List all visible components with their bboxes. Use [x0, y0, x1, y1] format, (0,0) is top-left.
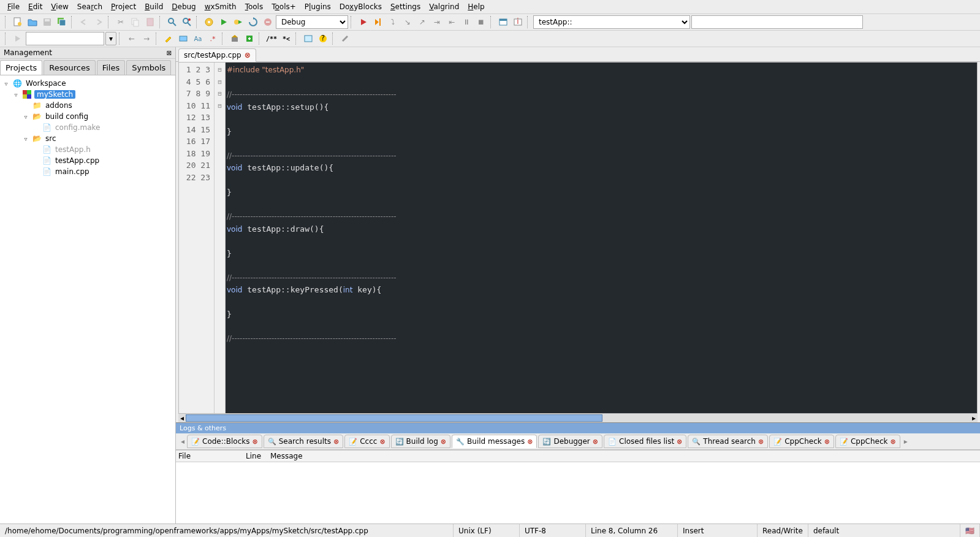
log-tab-close-icon[interactable]: ⊗	[593, 438, 598, 446]
doxy-chm-icon[interactable]: ?	[316, 32, 330, 45]
next-instr-icon[interactable]: ⇥	[430, 15, 444, 29]
log-tab-close-icon[interactable]: ⊗	[890, 438, 895, 446]
expand-icon[interactable]: ▿	[12, 91, 20, 98]
menu-build[interactable]: Build	[141, 1, 167, 12]
dropdown-icon[interactable]: ▾	[105, 32, 116, 45]
redo-icon[interactable]	[92, 15, 105, 29]
tab-scroll-left-icon[interactable]: ◂	[178, 435, 187, 448]
menu-project[interactable]: Project	[107, 1, 140, 12]
log-col-line[interactable]: Line	[246, 452, 270, 460]
next-line-icon[interactable]: ⤵	[386, 15, 400, 29]
match-case-icon[interactable]: Aa	[191, 32, 205, 45]
log-tab-close-icon[interactable]: ⊗	[677, 438, 682, 446]
tree-project[interactable]: mySketch	[34, 90, 75, 99]
build-icon[interactable]	[202, 15, 216, 29]
build-target-select[interactable]: Debug	[276, 15, 348, 29]
build-run-icon[interactable]	[232, 15, 245, 29]
regex-icon[interactable]: .*	[206, 32, 219, 45]
expand-icon[interactable]: ▿	[22, 135, 29, 142]
tree-file[interactable]: testApp.h	[54, 145, 92, 154]
logs-header[interactable]: Logs & others	[176, 422, 980, 433]
break-icon[interactable]: ⏸	[460, 15, 473, 29]
doxy-extract-icon[interactable]	[243, 32, 256, 45]
menu-search[interactable]: Search	[74, 1, 106, 12]
doxy-wizard-icon[interactable]	[228, 32, 241, 45]
expand-icon[interactable]: ▿	[22, 113, 29, 120]
code-editor[interactable]: 1 2 3 4 5 6 7 8 9 10 11 12 13 14 15 16 1…	[178, 62, 978, 414]
log-tab-close-icon[interactable]: ⊗	[379, 438, 385, 446]
tab-files[interactable]: Files	[97, 60, 126, 75]
expand-icon[interactable]: ▿	[2, 80, 10, 87]
tab-close-icon[interactable]: ⊗	[245, 51, 251, 59]
tree-file[interactable]: testApp.cpp	[54, 156, 101, 165]
menu-debug[interactable]: Debug	[168, 1, 199, 12]
log-tab-close-icon[interactable]: ⊗	[253, 438, 258, 446]
status-lang-icon[interactable]: 🇺🇸	[960, 524, 980, 537]
doxy-config-icon[interactable]	[338, 32, 352, 45]
new-file-icon[interactable]	[11, 15, 25, 29]
menu-help[interactable]: Help	[464, 1, 488, 12]
log-tab-cccc[interactable]: 📝Cccc ⊗	[344, 435, 389, 448]
menu-doxyblocks[interactable]: DoxyBlocks	[336, 1, 386, 12]
menu-valgrind[interactable]: Valgrind	[425, 1, 463, 12]
log-col-file[interactable]: File	[178, 452, 246, 460]
tab-symbols[interactable]: Symbols	[126, 60, 171, 75]
menu-tools-plus[interactable]: Tools+	[268, 1, 300, 12]
log-tab-close-icon[interactable]: ⊗	[824, 438, 830, 446]
tree-addons[interactable]: addons	[44, 101, 74, 110]
stop-debug-icon[interactable]: ⏹	[474, 15, 488, 29]
tree-build-config[interactable]: build config	[44, 112, 89, 121]
menu-view[interactable]: View	[47, 1, 72, 12]
tree-workspace[interactable]: Workspace	[25, 79, 67, 88]
log-col-message[interactable]: Message	[270, 452, 310, 460]
run-to-cursor-icon[interactable]	[371, 15, 385, 29]
tab-resources[interactable]: Resources	[44, 60, 95, 75]
menu-settings[interactable]: Settings	[387, 1, 424, 12]
log-tab-build-log[interactable]: 🔄Build log ⊗	[391, 435, 450, 448]
cut-icon[interactable]: ✂	[114, 15, 127, 29]
tab-scroll-right-icon[interactable]: ▸	[902, 435, 910, 448]
step-out-icon[interactable]: ↗	[416, 15, 429, 29]
h-scrollbar[interactable]: ◂ ▸	[178, 414, 978, 422]
log-tab-close-icon[interactable]: ⊗	[758, 438, 764, 446]
replace-icon[interactable]	[180, 15, 194, 29]
rebuild-icon[interactable]	[246, 15, 260, 29]
log-tab-code-blocks[interactable]: 📝Code::Blocks ⊗	[187, 435, 262, 448]
log-tab-cppcheck[interactable]: 📝CppCheck ⊗	[835, 435, 900, 448]
abort-icon[interactable]	[261, 15, 275, 29]
find-icon[interactable]	[165, 15, 179, 29]
editor-tab[interactable]: src/testApp.cpp ⊗	[178, 48, 256, 62]
log-tab-thread-search[interactable]: 🔍Thread search ⊗	[688, 435, 768, 448]
fold-column[interactable]: ⊟ ⊟ ⊟ ⊟	[215, 63, 226, 413]
log-tab-close-icon[interactable]: ⊗	[441, 438, 446, 446]
paste-icon[interactable]	[143, 15, 157, 29]
menu-tools[interactable]: Tools	[241, 1, 267, 12]
copy-icon[interactable]	[129, 15, 142, 29]
log-tab-debugger[interactable]: 🔄Debugger ⊗	[538, 435, 602, 448]
code-content[interactable]: #include "testApp.h" //-----------------…	[226, 63, 977, 413]
nav-fwd-icon[interactable]: →	[140, 32, 153, 45]
menu-plugins[interactable]: Plugins	[301, 1, 335, 12]
step-into-icon[interactable]: ↘	[401, 15, 414, 29]
nav-back-icon[interactable]: ←	[125, 32, 139, 45]
debug-windows-icon[interactable]	[496, 15, 510, 29]
script-input[interactable]	[26, 32, 104, 45]
log-tab-search-results[interactable]: 🔍Search results ⊗	[264, 435, 343, 448]
line-comment-icon[interactable]: *<	[279, 32, 293, 45]
menu-file[interactable]: File	[4, 1, 23, 12]
doxy-html-icon[interactable]	[302, 32, 315, 45]
open-file-icon[interactable]	[26, 15, 39, 29]
menu-wxsmith[interactable]: wxSmith	[201, 1, 240, 12]
log-tab-cppcheck[interactable]: 📝CppCheck ⊗	[769, 435, 834, 448]
symbol-filter-input[interactable]	[691, 15, 863, 29]
log-tab-build-messages[interactable]: 🔧Build messages ⊗	[452, 435, 537, 448]
run-icon[interactable]	[217, 15, 230, 29]
log-tab-closed-files-list[interactable]: 📄Closed files list ⊗	[604, 435, 686, 448]
tree-file[interactable]: main.cpp	[54, 167, 91, 176]
tree-config-make[interactable]: config.make	[54, 123, 101, 132]
menu-edit[interactable]: Edit	[25, 1, 46, 12]
step-instr-icon[interactable]: ⇤	[445, 15, 458, 29]
block-comment-icon[interactable]: /**	[265, 32, 278, 45]
debug-run-icon[interactable]	[357, 15, 370, 29]
tab-projects[interactable]: Projects	[0, 60, 42, 75]
